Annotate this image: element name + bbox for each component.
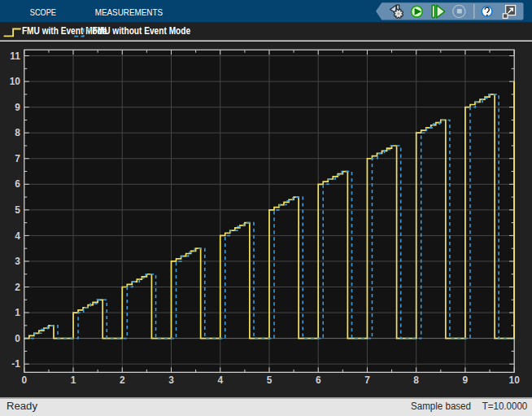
svg-text:8: 8 [15, 127, 20, 138]
svg-text:SCOPE: SCOPE [30, 7, 57, 17]
svg-text:9: 9 [463, 374, 469, 386]
svg-text:11: 11 [10, 50, 20, 62]
svg-text:MEASUREMENTS: MEASUREMENTS [95, 7, 164, 17]
svg-text:2: 2 [15, 282, 20, 293]
svg-text:10: 10 [10, 76, 21, 87]
svg-text:8: 8 [413, 374, 419, 386]
svg-text:6: 6 [316, 374, 321, 386]
svg-text:Ready: Ready [7, 401, 37, 412]
svg-text:5: 5 [267, 374, 273, 386]
svg-text:1: 1 [15, 307, 20, 318]
svg-text:9: 9 [15, 102, 20, 113]
svg-text:3: 3 [15, 256, 20, 267]
svg-text:6: 6 [15, 178, 20, 190]
svg-text:-1: -1 [11, 358, 20, 370]
svg-text:Sample based: Sample based [411, 401, 471, 412]
svg-text:FMU without Event Mode: FMU without Event Mode [93, 25, 191, 37]
svg-text:3: 3 [168, 374, 174, 386]
svg-text:7: 7 [364, 374, 370, 386]
svg-text:T=10.0000: T=10.0000 [482, 401, 528, 412]
svg-text:10: 10 [509, 374, 521, 386]
svg-text:5: 5 [15, 204, 20, 216]
svg-text:4: 4 [15, 230, 20, 242]
svg-text:1: 1 [71, 374, 76, 386]
svg-text:0: 0 [15, 333, 20, 344]
svg-text:2: 2 [120, 374, 125, 386]
svg-text:7: 7 [15, 153, 20, 164]
svg-text:0: 0 [21, 374, 27, 386]
svg-text:4: 4 [217, 374, 223, 386]
